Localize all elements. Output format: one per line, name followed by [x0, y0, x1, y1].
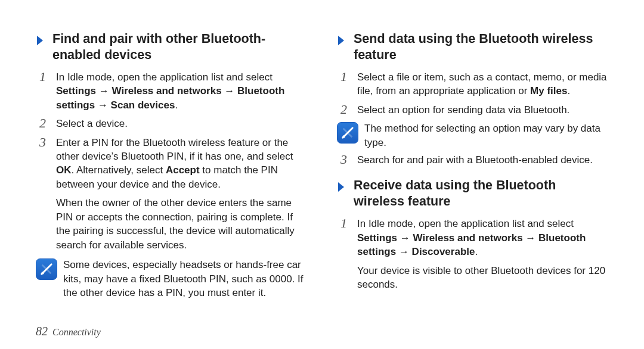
chevron-icon — [337, 181, 348, 194]
svg-point-1 — [342, 135, 345, 138]
info-icon — [337, 122, 358, 144]
step-2: Select an option for sending data via Bl… — [354, 103, 608, 117]
chevron-icon — [337, 35, 348, 48]
body-text: Enter a PIN for the Bluetooth wireless f… — [56, 137, 293, 162]
step-3: Enter a PIN for the Bluetooth wireless f… — [52, 136, 307, 192]
heading-receive: Receive data using the Bluetooth wireles… — [337, 177, 608, 210]
bold-text: My files — [530, 85, 567, 96]
footer-section: Connectivity — [52, 327, 101, 338]
body-text: When the owner of the other device enter… — [56, 197, 295, 250]
bold-text: Settings → Wireless and networks → Bluet… — [357, 232, 586, 257]
page-footer: 82 Connectivity — [36, 325, 101, 338]
heading-text: Find and pair with other Bluetooth-enabl… — [52, 31, 307, 63]
note-text: Some devices, especially headsets or han… — [63, 258, 307, 300]
bold-text: Settings → Wireless and networks → Bluet… — [56, 85, 284, 110]
body-text: . — [475, 246, 478, 257]
body-text: Search for and pair with a Bluetooth-ena… — [357, 154, 593, 166]
heading-text: Send data using the Bluetooth wireless f… — [354, 31, 608, 63]
steps-list: In Idle mode, open the application list … — [337, 217, 608, 258]
heading-send: Send data using the Bluetooth wireless f… — [337, 31, 608, 63]
page-number: 82 — [36, 325, 48, 338]
step-3: Search for and pair with a Bluetooth-ena… — [354, 153, 608, 167]
note-block: Some devices, especially headsets or han… — [36, 258, 307, 300]
body-text: . Alternatively, select — [72, 164, 166, 176]
step-1: In Idle mode, open the application list … — [52, 70, 307, 112]
heading-find-pair: Find and pair with other Bluetooth-enabl… — [36, 31, 307, 63]
note-block: The method for selecting an option may v… — [337, 121, 608, 149]
step-1: Select a file or item, such as a contact… — [354, 70, 608, 98]
columns: Find and pair with other Bluetooth-enabl… — [36, 29, 608, 304]
body-text: Select a device. — [56, 118, 128, 129]
bold-text: Accept — [166, 164, 200, 176]
body-text: Your device is visible to other Bluetoot… — [357, 265, 605, 290]
steps-list: In Idle mode, open the application list … — [36, 70, 307, 192]
body-text: In Idle mode, open the application list … — [56, 71, 273, 83]
left-column: Find and pair with other Bluetooth-enabl… — [36, 29, 307, 304]
manual-page: Find and pair with other Bluetooth-enabl… — [0, 0, 644, 349]
steps-list-cont: Search for and pair with a Bluetooth-ena… — [337, 153, 608, 167]
info-icon — [36, 258, 57, 280]
bold-text: OK — [56, 164, 72, 176]
note-text: The method for selecting an option may v… — [364, 121, 608, 149]
right-column: Send data using the Bluetooth wireless f… — [337, 29, 608, 304]
step-1: In Idle mode, open the application list … — [354, 217, 608, 258]
steps-list: Select a file or item, such as a contact… — [337, 70, 608, 117]
body-text: In Idle mode, open the application list … — [357, 218, 574, 229]
body-text: . — [175, 99, 178, 111]
heading-text: Receive data using the Bluetooth wireles… — [354, 177, 608, 210]
chevron-icon — [36, 35, 47, 48]
step-1-continuation: Your device is visible to other Bluetoot… — [337, 264, 608, 292]
body-text: Select an option for sending data via Bl… — [357, 104, 569, 116]
body-text: . — [567, 85, 570, 96]
step-3-continuation: When the owner of the other device enter… — [36, 196, 307, 252]
svg-point-0 — [41, 272, 44, 274]
step-2: Select a device. — [52, 117, 307, 130]
